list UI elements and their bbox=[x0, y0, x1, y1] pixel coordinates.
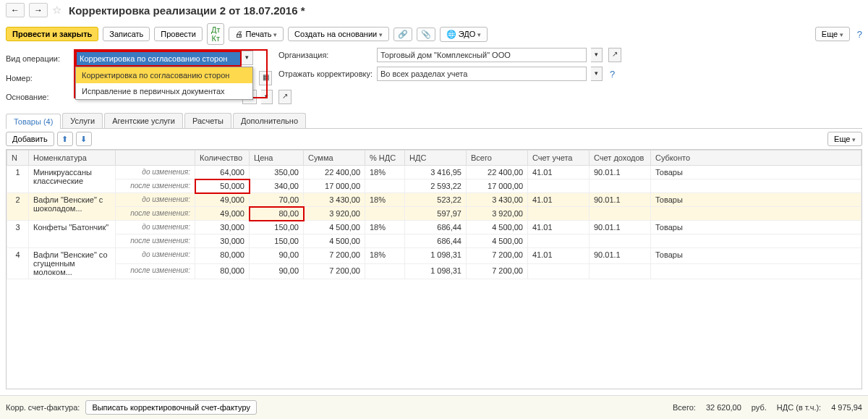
tab-extra[interactable]: Дополнительно bbox=[233, 113, 306, 128]
base-dd-button[interactable]: ▾ bbox=[261, 90, 273, 104]
qty-after[interactable]: 30,000 bbox=[195, 234, 250, 248]
col-item[interactable]: Номенклатура bbox=[29, 151, 116, 166]
dtkt-icon[interactable]: ДтКт bbox=[207, 23, 225, 45]
acc-after bbox=[528, 207, 590, 221]
col-sub[interactable]: Субконто bbox=[651, 151, 861, 166]
before-label: до изменения: bbox=[116, 166, 195, 179]
qty-after[interactable]: 50,000 bbox=[195, 179, 250, 193]
total-before: 3 430,00 bbox=[467, 193, 528, 207]
refl-help-icon[interactable]: ? bbox=[610, 69, 615, 80]
write-button[interactable]: Записать bbox=[103, 27, 150, 41]
price-before: 350,00 bbox=[250, 166, 304, 179]
sub-before: Товары bbox=[651, 221, 861, 234]
table-row[interactable]: после изменения:50,000340,0017 000,002 5… bbox=[7, 179, 861, 193]
col-total[interactable]: Всего bbox=[467, 151, 528, 166]
sub-after bbox=[651, 263, 861, 279]
total-value: 32 620,00 bbox=[706, 403, 741, 412]
create-based-button[interactable]: Создать на основании bbox=[288, 27, 389, 41]
tab-services[interactable]: Услуги bbox=[62, 113, 103, 128]
org-open-button[interactable]: ↗ bbox=[608, 48, 621, 62]
move-up-button[interactable]: ⬆ bbox=[57, 132, 73, 146]
op-option-primary[interactable]: Исправление в первичных документах bbox=[76, 83, 252, 99]
favorite-icon[interactable]: ☆ bbox=[52, 4, 61, 17]
inc-before: 90.01.1 bbox=[590, 193, 651, 207]
table-row[interactable]: 1Миникруассаны классическиедо изменения:… bbox=[7, 166, 861, 179]
op-option-agreement[interactable]: Корректировка по согласованию сторон bbox=[76, 67, 252, 83]
qty-after[interactable]: 80,000 bbox=[195, 263, 250, 279]
tab-goods[interactable]: Товары (4) bbox=[6, 114, 61, 129]
price-before: 150,00 bbox=[250, 221, 304, 234]
vatp-before: 18% bbox=[365, 221, 405, 234]
vatp-before: 18% bbox=[365, 248, 405, 264]
print-button[interactable]: 🖨 Печать bbox=[229, 27, 284, 41]
grid-more-button[interactable]: Еще bbox=[827, 132, 862, 146]
base-open-button[interactable]: ↗ bbox=[278, 90, 292, 104]
col-sum[interactable]: Сумма bbox=[304, 151, 365, 166]
row-name: Вафли "Венские" со сгущенным молоком... bbox=[29, 248, 116, 279]
table-row[interactable]: 3Конфеты "Батончик"до изменения:30,00015… bbox=[7, 221, 861, 234]
add-button[interactable]: Добавить bbox=[6, 132, 54, 146]
qty-before: 64,000 bbox=[195, 166, 250, 179]
total-before: 22 400,00 bbox=[467, 166, 528, 179]
tab-calc[interactable]: Расчеты bbox=[184, 113, 231, 128]
col-n[interactable]: N bbox=[7, 151, 29, 166]
total-after: 7 200,00 bbox=[467, 263, 528, 279]
price-after[interactable]: 340,00 bbox=[250, 179, 304, 193]
op-type-select[interactable]: Корректировка по согласованию сторон bbox=[75, 51, 242, 67]
more-button[interactable]: Еще bbox=[815, 27, 850, 41]
col-vatp[interactable]: % НДС bbox=[365, 151, 405, 166]
org-dd-button[interactable]: ▾ bbox=[591, 48, 603, 62]
acc-before: 41.01 bbox=[528, 221, 590, 234]
sum-after: 3 920,00 bbox=[304, 207, 365, 221]
row-n: 4 bbox=[7, 248, 29, 279]
vat-before: 1 098,31 bbox=[405, 248, 467, 264]
price-after[interactable]: 90,00 bbox=[250, 263, 304, 279]
col-inc[interactable]: Счет доходов bbox=[590, 151, 651, 166]
sub-before: Товары bbox=[651, 248, 861, 264]
number-label: Номер: bbox=[6, 74, 71, 82]
move-down-button[interactable]: ⬇ bbox=[76, 132, 92, 146]
refl-dd-button[interactable]: ▾ bbox=[591, 67, 603, 81]
col-vat[interactable]: НДС bbox=[405, 151, 467, 166]
qty-before: 30,000 bbox=[195, 221, 250, 234]
proceed-close-button[interactable]: Провести и закрыть bbox=[6, 27, 98, 41]
edo-button[interactable]: 🌐 ЭДО bbox=[440, 27, 488, 42]
sub-after bbox=[651, 234, 861, 248]
col-acc[interactable]: Счет учета bbox=[528, 151, 590, 166]
acc-after bbox=[528, 179, 590, 193]
table-row[interactable]: после изменения:80,00090,007 200,001 098… bbox=[7, 263, 861, 279]
col-state bbox=[116, 151, 195, 166]
col-price[interactable]: Цена bbox=[250, 151, 304, 166]
table-row[interactable]: 4Вафли "Венские" со сгущенным молоком...… bbox=[7, 248, 861, 264]
before-label: до изменения: bbox=[116, 248, 195, 264]
row-n: 2 bbox=[7, 193, 29, 221]
help-icon[interactable]: ? bbox=[857, 29, 862, 40]
table-row[interactable]: после изменения:30,000150,004 500,00686,… bbox=[7, 234, 861, 248]
acc-after bbox=[528, 263, 590, 279]
col-qty[interactable]: Количество bbox=[195, 151, 250, 166]
table-row[interactable]: после изменения:49,00080,003 920,00597,9… bbox=[7, 207, 861, 221]
price-after[interactable]: 150,00 bbox=[250, 234, 304, 248]
price-before: 70,00 bbox=[250, 193, 304, 207]
op-type-dropdown-button[interactable]: ▾ bbox=[242, 51, 253, 65]
attach-icon[interactable]: 📎 bbox=[417, 27, 435, 41]
row-n: 1 bbox=[7, 166, 29, 193]
org-select[interactable]: Торговый дом "Комплексный" ООО bbox=[377, 48, 587, 62]
number-ext-button[interactable]: ▦ bbox=[259, 71, 272, 85]
link-icon[interactable]: 🔗 bbox=[393, 27, 412, 41]
table-row[interactable]: 2Вафли "Венские" с шоколадом...до измене… bbox=[7, 193, 861, 207]
refl-select[interactable]: Во всех разделах учета bbox=[377, 67, 587, 81]
tab-agent[interactable]: Агентские услуги bbox=[104, 113, 183, 128]
nav-back-button[interactable]: ← bbox=[6, 3, 25, 17]
issue-corr-invoice-button[interactable]: Выписать корректировочный счет-фактуру bbox=[85, 400, 257, 415]
qty-after[interactable]: 49,000 bbox=[195, 207, 250, 221]
proceed-button[interactable]: Провести bbox=[154, 27, 203, 41]
op-type-dropdown: Корректировка по согласованию сторон Исп… bbox=[75, 67, 253, 100]
total-after: 17 000,00 bbox=[467, 179, 528, 193]
price-after[interactable]: 80,00 bbox=[250, 207, 304, 221]
total-after: 3 920,00 bbox=[467, 207, 528, 221]
after-label: после изменения: bbox=[116, 234, 195, 248]
inc-after bbox=[590, 234, 651, 248]
nav-forward-button[interactable]: → bbox=[29, 3, 48, 17]
row-n: 3 bbox=[7, 221, 29, 248]
